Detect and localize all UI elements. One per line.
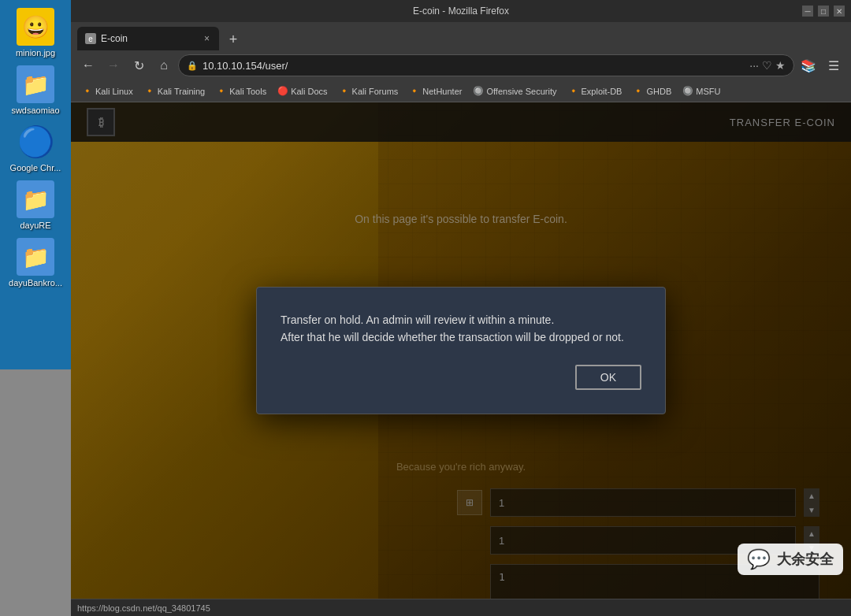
offensive-security-label: Offensive Security bbox=[486, 87, 556, 96]
minion-label: minion.jpg bbox=[16, 48, 55, 58]
bookmark-kali-linux[interactable]: 🔸 Kali Linux bbox=[77, 84, 138, 98]
status-url: https://blog.csdn.net/qq_34801745 bbox=[77, 603, 210, 613]
alert-dialog: Transfer on hold. An admin will review i… bbox=[256, 287, 666, 415]
kali-forums-icon: 🔸 bbox=[339, 86, 350, 96]
tab-favicon: e bbox=[85, 33, 96, 44]
kali-tools-label: Kali Tools bbox=[229, 87, 266, 96]
exploit-db-icon: 🔸 bbox=[568, 86, 579, 96]
more-button[interactable]: ··· bbox=[749, 59, 759, 72]
nav-extra-buttons: 📚 ☰ bbox=[797, 54, 845, 76]
folder-icon-swdsaomiao: 📁 bbox=[17, 65, 54, 103]
close-button[interactable]: ✕ bbox=[834, 6, 845, 17]
address-bar[interactable]: 🔒 10.10.10.154/user/ ··· ♡ ★ bbox=[178, 54, 794, 76]
dialog-message: Transfer on hold. An admin will review i… bbox=[281, 311, 641, 347]
title-bar-text: E-coin - Mozilla Firefox bbox=[413, 6, 509, 17]
web-content: ₿ TRANSFER E-COIN On this page it's poss… bbox=[71, 102, 851, 599]
bookmark-button[interactable]: ♡ bbox=[762, 59, 772, 72]
title-bar-controls: ─ □ ✕ bbox=[802, 6, 845, 17]
bookmark-nethunter[interactable]: 🔸 NetHunter bbox=[404, 84, 466, 98]
address-path: /user/ bbox=[262, 60, 288, 72]
kali-forums-label: Kali Forums bbox=[352, 87, 399, 96]
desktop-icon-chrome[interactable]: 🔵 Google Chr... bbox=[4, 123, 67, 173]
address-icons: ··· ♡ ★ bbox=[749, 59, 786, 72]
browser-window: E-coin - Mozilla Firefox ─ □ ✕ e E-coin … bbox=[71, 0, 851, 616]
maximize-button[interactable]: □ bbox=[818, 6, 829, 17]
active-tab[interactable]: e E-coin × bbox=[77, 27, 219, 50]
ghdb-icon: 🔸 bbox=[633, 86, 644, 96]
exploit-db-label: Exploit-DB bbox=[582, 87, 622, 96]
home-button[interactable]: ⌂ bbox=[153, 54, 175, 76]
bookmark-kali-training[interactable]: 🔸 Kali Training bbox=[139, 84, 210, 98]
kali-training-icon: 🔸 bbox=[144, 86, 155, 96]
dialog-overlay: Transfer on hold. An admin will review i… bbox=[71, 102, 851, 599]
ghdb-label: GHDB bbox=[646, 87, 671, 96]
nethunter-label: NetHunter bbox=[422, 87, 462, 96]
navigation-bar: ← → ↻ ⌂ 🔒 10.10.10.154/user/ ··· ♡ ★ 📚 ☰ bbox=[71, 50, 851, 80]
forward-button[interactable]: → bbox=[102, 54, 124, 76]
dialog-footer: OK bbox=[281, 365, 641, 390]
wechat-icon: 💬 bbox=[747, 548, 771, 570]
swdsaomiao-label: swdsaomiao bbox=[11, 106, 59, 115]
bookmark-kali-tools[interactable]: 🔸 Kali Tools bbox=[211, 84, 271, 98]
bookmark-ghdb[interactable]: 🔸 GHDB bbox=[628, 84, 676, 98]
offensive-security-icon: 🔘 bbox=[473, 86, 484, 96]
ecoin-page: ₿ TRANSFER E-COIN On this page it's poss… bbox=[71, 102, 851, 599]
library-button[interactable]: 📚 bbox=[797, 54, 819, 76]
bookmark-kali-docs[interactable]: 🔴 Kali Docs bbox=[273, 84, 332, 98]
kali-tools-icon: 🔸 bbox=[216, 86, 227, 96]
address-prefix: 10.10.10.154 bbox=[203, 60, 262, 72]
kali-training-label: Kali Training bbox=[158, 87, 206, 96]
tab-title: E-coin bbox=[101, 33, 198, 44]
desktop-icon-minion[interactable]: 😀 minion.jpg bbox=[4, 8, 67, 58]
bookmarks-bar: 🔸 Kali Linux 🔸 Kali Training 🔸 Kali Tool… bbox=[71, 80, 851, 102]
kali-linux-icon: 🔸 bbox=[82, 86, 93, 96]
chrome-icon: 🔵 bbox=[17, 123, 54, 161]
folder-icon-dayubankro: 📁 bbox=[17, 238, 54, 276]
dialog-line1: Transfer on hold. An admin will review i… bbox=[281, 314, 554, 326]
tab-close-button[interactable]: × bbox=[203, 32, 211, 46]
chrome-label: Google Chr... bbox=[10, 163, 61, 173]
folder-icon-dayure: 📁 bbox=[17, 180, 54, 218]
title-bar: E-coin - Mozilla Firefox ─ □ ✕ bbox=[71, 0, 851, 22]
kali-linux-label: Kali Linux bbox=[95, 87, 133, 96]
kali-docs-icon: 🔴 bbox=[277, 86, 288, 96]
bookmark-exploit-db[interactable]: 🔸 Exploit-DB bbox=[563, 84, 627, 98]
minimize-button[interactable]: ─ bbox=[802, 6, 813, 17]
wechat-text: 大余安全 bbox=[777, 550, 834, 569]
msfu-icon: 🔘 bbox=[682, 86, 693, 96]
dialog-ok-button[interactable]: OK bbox=[575, 365, 641, 390]
kali-docs-label: Kali Docs bbox=[291, 87, 327, 96]
bookmark-kali-forums[interactable]: 🔸 Kali Forums bbox=[334, 84, 403, 98]
star-button[interactable]: ★ bbox=[775, 59, 786, 72]
reload-button[interactable]: ↻ bbox=[128, 54, 150, 76]
desktop-sidebar: 😀 minion.jpg 📁 swdsaomiao 🔵 Google Chr..… bbox=[0, 0, 71, 616]
nethunter-icon: 🔸 bbox=[409, 86, 420, 96]
msfu-label: MSFU bbox=[696, 87, 720, 96]
dialog-line2: After that he will decide whether the tr… bbox=[281, 331, 624, 343]
dayubankro-label: dayuBankro... bbox=[9, 278, 62, 288]
dayure-label: dayuRE bbox=[20, 221, 50, 230]
menu-button[interactable]: ☰ bbox=[823, 54, 845, 76]
lock-icon: 🔒 bbox=[187, 61, 198, 71]
bookmark-offensive-security[interactable]: 🔘 Offensive Security bbox=[468, 84, 561, 98]
desktop-icon-dayure[interactable]: 📁 dayuRE bbox=[4, 180, 67, 230]
back-button[interactable]: ← bbox=[77, 54, 99, 76]
tab-bar: e E-coin × + bbox=[71, 22, 851, 50]
desktop-icon-swdsaomiao[interactable]: 📁 swdsaomiao bbox=[4, 65, 67, 115]
new-tab-button[interactable]: + bbox=[222, 28, 244, 50]
status-bar: https://blog.csdn.net/qq_34801745 bbox=[71, 599, 851, 616]
minion-icon: 😀 bbox=[17, 8, 54, 46]
desktop-icon-dayubankro[interactable]: 📁 dayuBankro... bbox=[4, 238, 67, 288]
bookmark-msfu[interactable]: 🔘 MSFU bbox=[678, 84, 725, 98]
wechat-watermark: 💬 大余安全 bbox=[738, 544, 843, 575]
address-text: 10.10.10.154/user/ bbox=[203, 60, 745, 72]
